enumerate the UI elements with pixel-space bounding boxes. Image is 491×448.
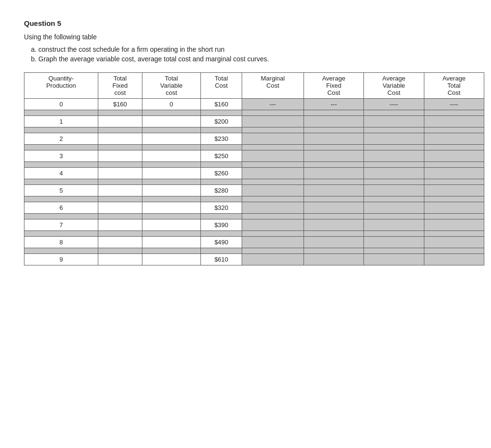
- cell-tfc-4: [98, 168, 142, 179]
- cell-tc-3: $250: [201, 150, 242, 162]
- cell-atc-7: [424, 219, 484, 231]
- cell-qty-3: 3: [24, 150, 98, 162]
- table-row: 7$390: [24, 219, 484, 231]
- table-row: 2$230: [24, 133, 484, 145]
- cell-mc-0: ---: [242, 99, 304, 110]
- cell-mc-1: [242, 116, 304, 127]
- header-tc: TotalCost: [201, 73, 242, 99]
- spacer-row: [24, 231, 484, 237]
- cell-tfc-6: [98, 202, 142, 214]
- cell-tc-8: $490: [201, 237, 242, 248]
- cell-mc-7: [242, 219, 304, 231]
- cell-mc-5: [242, 185, 304, 196]
- cell-qty-7: 7: [24, 219, 98, 231]
- cell-tfc-5: [98, 185, 142, 196]
- cell-atc-3: [424, 150, 484, 162]
- cell-mc-8: [242, 237, 304, 248]
- table-row: 1$200: [24, 116, 484, 127]
- cell-qty-0: 0: [24, 99, 98, 110]
- cell-mc-3: [242, 150, 304, 162]
- cell-tc-4: $260: [201, 168, 242, 179]
- cell-atc-6: [424, 202, 484, 214]
- header-qty: Quantity-Production: [24, 73, 98, 99]
- cell-avc-7: [364, 219, 424, 231]
- cell-tfc-3: [98, 150, 142, 162]
- header-mc: MarginalCost: [242, 73, 304, 99]
- cell-avc-2: [364, 133, 424, 145]
- cell-afc-5: [304, 185, 363, 196]
- cell-avc-0: ----: [364, 99, 424, 110]
- cell-tvc-8: [142, 237, 200, 248]
- cell-tc-5: $280: [201, 185, 242, 196]
- cell-avc-4: [364, 168, 424, 179]
- cell-afc-9: [304, 254, 363, 265]
- cell-tvc-2: [142, 133, 200, 145]
- cell-tvc-7: [142, 219, 200, 231]
- cell-avc-5: [364, 185, 424, 196]
- cell-afc-6: [304, 202, 363, 214]
- cell-tfc-1: [98, 116, 142, 127]
- cell-qty-4: 4: [24, 168, 98, 179]
- cell-tvc-0: 0: [142, 99, 200, 110]
- table-row: 9$610: [24, 254, 484, 265]
- cost-schedule-table: Quantity-Production TotalFixedcost Total…: [24, 72, 484, 265]
- cell-tfc-0: $160: [98, 99, 142, 110]
- spacer-row: [24, 110, 484, 116]
- cell-mc-9: [242, 254, 304, 265]
- table-row: 5$280: [24, 185, 484, 196]
- header-avc: AverageVariableCost: [364, 73, 424, 99]
- instruction-a: construct the cost schedule for a firm o…: [38, 46, 467, 53]
- spacer-row: [24, 214, 484, 219]
- cell-avc-9: [364, 254, 424, 265]
- header-afc: AverageFixedCost: [304, 73, 363, 99]
- cell-qty-1: 1: [24, 116, 98, 127]
- cell-afc-3: [304, 150, 363, 162]
- cell-atc-2: [424, 133, 484, 145]
- cell-mc-6: [242, 202, 304, 214]
- cell-afc-1: [304, 116, 363, 127]
- cell-afc-4: [304, 168, 363, 179]
- table-row: 6$320: [24, 202, 484, 214]
- cell-tvc-6: [142, 202, 200, 214]
- instruction-b: Graph the average variable cost, average…: [38, 55, 467, 63]
- cell-tvc-3: [142, 150, 200, 162]
- cell-tvc-1: [142, 116, 200, 127]
- cell-atc-9: [424, 254, 484, 265]
- table-row: 8$490: [24, 237, 484, 248]
- cell-tfc-7: [98, 219, 142, 231]
- cell-afc-8: [304, 237, 363, 248]
- header-tvc: TotalVariablecost: [142, 73, 200, 99]
- cell-tc-9: $610: [201, 254, 242, 265]
- spacer-row: [24, 162, 484, 168]
- cell-atc-0: ----: [424, 99, 484, 110]
- cell-atc-1: [424, 116, 484, 127]
- cell-tvc-4: [142, 168, 200, 179]
- cell-mc-4: [242, 168, 304, 179]
- spacer-row: [24, 127, 484, 133]
- question-title: Question 5: [24, 19, 467, 27]
- spacer-row: [24, 145, 484, 150]
- cell-qty-2: 2: [24, 133, 98, 145]
- cell-afc-0: ---: [304, 99, 363, 110]
- cell-qty-8: 8: [24, 237, 98, 248]
- cell-qty-6: 6: [24, 202, 98, 214]
- cell-avc-3: [364, 150, 424, 162]
- cell-tfc-8: [98, 237, 142, 248]
- cell-avc-6: [364, 202, 424, 214]
- cell-tc-2: $230: [201, 133, 242, 145]
- cell-avc-1: [364, 116, 424, 127]
- header-atc: AverageTotalCost: [424, 73, 484, 99]
- cell-atc-4: [424, 168, 484, 179]
- header-tfc: TotalFixedcost: [98, 73, 142, 99]
- spacer-row: [24, 179, 484, 185]
- cell-avc-8: [364, 237, 424, 248]
- table-row: 3$250: [24, 150, 484, 162]
- cell-mc-2: [242, 133, 304, 145]
- table-row: 4$260: [24, 168, 484, 179]
- table-row: 0$1600$160--------------: [24, 99, 484, 110]
- cell-tvc-5: [142, 185, 200, 196]
- intro-text: Using the following table: [24, 33, 467, 41]
- cell-tfc-9: [98, 254, 142, 265]
- spacer-row: [24, 248, 484, 254]
- cell-tc-1: $200: [201, 116, 242, 127]
